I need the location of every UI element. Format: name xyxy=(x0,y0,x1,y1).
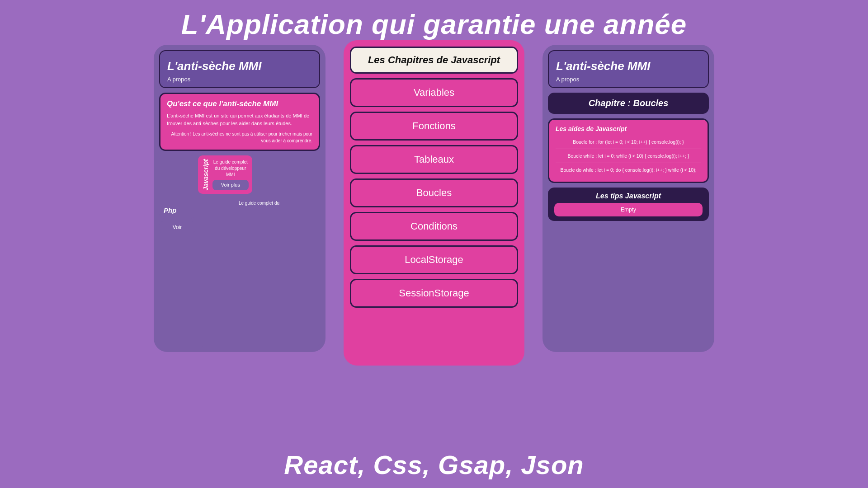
screen1-php-card: Php xyxy=(159,155,195,219)
screens-row: L'anti-sèche MMI A propos Qu'est ce que … xyxy=(0,45,868,445)
screen1-app-subtitle: A propos xyxy=(167,76,312,83)
screen-2: Les Chapitres de Javascript Variables Fo… xyxy=(344,40,524,366)
screen1-about-text: L'anti-sèche MMI est un site qui permet … xyxy=(167,112,312,127)
screen1-js-guide-text: Le guide complet du développeur MMI xyxy=(212,159,249,178)
screen-1: L'anti-sèche MMI A propos Qu'est ce que … xyxy=(154,45,326,352)
chapter-tableaux[interactable]: Tableaux xyxy=(350,145,518,174)
screen3-aide-1: Boucle for : for (let i = 0; i < 10; i++… xyxy=(556,136,701,149)
screen3-aides-box: Les aides de Javascript Boucle for : for… xyxy=(548,118,709,183)
screen1-guides: Php Voir Javascript Le guide complet du … xyxy=(159,155,320,347)
screen3-aide-2: Boucle while : let i = 0; while (i < 10)… xyxy=(556,150,701,163)
screen3-tips-box: Les tips Javascript Empty xyxy=(548,188,709,221)
chapter-sessionstorage[interactable]: SessionStorage xyxy=(350,279,518,308)
chapter-boucles[interactable]: Boucles xyxy=(350,178,518,207)
chapter-fonctions[interactable]: Fonctions xyxy=(350,112,518,141)
screen3-header-box: L'anti-sèche MMI A propos xyxy=(548,50,709,88)
screen3-aides-title: Les aides de Javascript xyxy=(556,125,701,132)
screen1-left-col: Php Voir xyxy=(159,155,195,347)
screen2-title: Les Chapitres de Javascript xyxy=(356,54,512,66)
screen3-app-title: L'anti-sèche MMI xyxy=(556,59,701,73)
screen1-php-label: Php xyxy=(164,206,176,214)
screen-3: L'anti-sèche MMI A propos Chapitre : Bou… xyxy=(542,45,714,352)
screen3-chapitre-title: Chapitre : Boucles xyxy=(555,98,702,108)
screen1-js-card: Javascript Le guide complet du développe… xyxy=(198,155,252,194)
screen3-app-subtitle: A propos xyxy=(556,76,701,83)
screen1-guide-bottom: Le guide complet du xyxy=(198,197,320,347)
main-title: L'Application qui garantie une année xyxy=(181,0,687,45)
screen1-about-box: Qu'est ce que l'anti-sèche MMI L'anti-sè… xyxy=(159,93,320,151)
screen1-about-title: Qu'est ce que l'anti-sèche MMI xyxy=(167,99,312,108)
screen1-header-box: L'anti-sèche MMI A propos xyxy=(159,50,320,88)
screen3-tips-title: Les tips Javascript xyxy=(554,192,703,200)
bottom-title: React, Css, Gsap, Json xyxy=(284,445,584,488)
screen1-app-title: L'anti-sèche MMI xyxy=(167,59,312,73)
screen1-right-col: Javascript Le guide complet du développe… xyxy=(198,155,320,347)
screen3-chapitre-box: Chapitre : Boucles xyxy=(548,93,709,114)
screen1-js-label: Javascript xyxy=(202,159,211,190)
screen3-aide-3: Boucle do while : let i = 0; do { consol… xyxy=(556,164,701,177)
screen1-about-warning: Attention ! Les anti-sèches ne sont pas … xyxy=(167,131,312,144)
chapter-variables[interactable]: Variables xyxy=(350,78,518,107)
screen1-voir-plus-btn[interactable]: Voir plus xyxy=(212,180,249,190)
chapter-localstorage[interactable]: LocalStorage xyxy=(350,245,518,274)
screen1-voir-btn[interactable]: Voir xyxy=(159,221,195,233)
chapter-conditions[interactable]: Conditions xyxy=(350,212,518,241)
screen3-empty-btn: Empty xyxy=(554,203,703,216)
screen2-header: Les Chapitres de Javascript xyxy=(350,47,518,74)
